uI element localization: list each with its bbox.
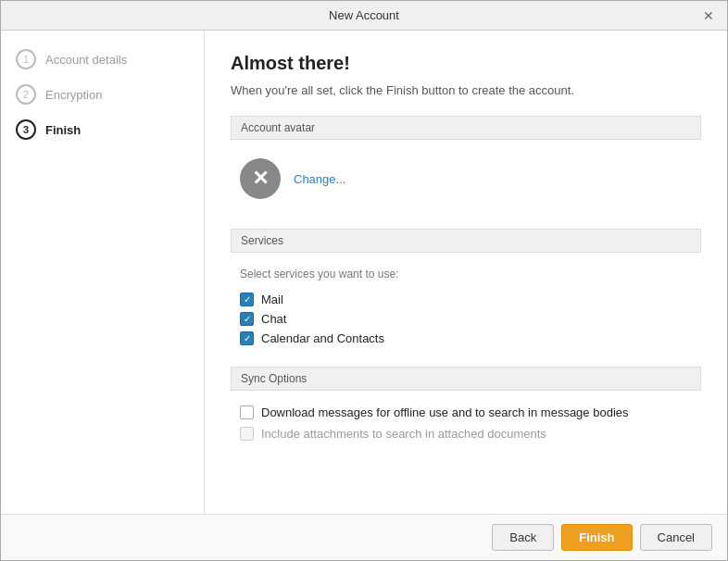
change-avatar-link[interactable]: Change... xyxy=(294,172,345,186)
sidebar-item-encryption[interactable]: 2 Encryption xyxy=(16,84,189,105)
back-button[interactable]: Back xyxy=(492,524,554,551)
avatar-row: ✕ Change... xyxy=(231,151,701,210)
sync-attachments-row: Include attachments to search in attache… xyxy=(231,423,701,444)
sync-attachments-label: Include attachments to search in attache… xyxy=(261,427,546,441)
dialog-title: New Account xyxy=(27,8,701,22)
sidebar-label-account-details: Account details xyxy=(45,53,127,67)
sidebar-label-finish: Finish xyxy=(45,123,81,137)
finish-button[interactable]: Finish xyxy=(561,524,632,551)
page-subtitle: When you're all set, click the Finish bu… xyxy=(231,83,701,97)
services-section-header: Services xyxy=(231,229,701,253)
sync-download-label: Download messages for offline use and to… xyxy=(261,405,629,419)
service-mail-checkbox[interactable] xyxy=(240,293,254,306)
footer: Back Finish Cancel xyxy=(1,514,727,560)
services-section: Services Select services you want to use… xyxy=(231,229,701,348)
dialog-body: 1 Account details 2 Encryption 3 Finish … xyxy=(1,31,727,514)
sync-section-header: Sync Options xyxy=(231,367,701,391)
sync-download-checkbox[interactable] xyxy=(240,405,254,419)
cancel-button[interactable]: Cancel xyxy=(640,524,712,551)
main-content: Almost there! When you're all set, click… xyxy=(205,31,727,514)
title-bar: New Account ✕ xyxy=(1,1,727,31)
step-circle-3: 3 xyxy=(16,119,36,140)
service-mail-row: Mail xyxy=(231,290,701,309)
sync-download-row: Download messages for offline use and to… xyxy=(231,402,701,423)
avatar: ✕ xyxy=(240,158,281,199)
sidebar-label-encryption: Encryption xyxy=(45,88,102,102)
services-subtitle: Select services you want to use: xyxy=(231,264,701,290)
avatar-placeholder-icon: ✕ xyxy=(252,168,269,189)
service-calendar-label: Calendar and Contacts xyxy=(261,331,384,345)
page-title: Almost there! xyxy=(231,53,701,74)
avatar-section: Account avatar ✕ Change... xyxy=(231,116,701,210)
sync-section: Sync Options Download messages for offli… xyxy=(231,367,701,444)
sidebar-item-finish[interactable]: 3 Finish xyxy=(16,119,189,140)
service-chat-label: Chat xyxy=(261,312,286,326)
sidebar: 1 Account details 2 Encryption 3 Finish xyxy=(1,31,205,514)
sync-attachments-checkbox xyxy=(240,427,254,441)
sidebar-item-account-details[interactable]: 1 Account details xyxy=(16,49,189,69)
service-calendar-checkbox[interactable] xyxy=(240,331,254,345)
service-calendar-row: Calendar and Contacts xyxy=(231,329,701,348)
service-chat-checkbox[interactable] xyxy=(240,312,254,326)
service-chat-row: Chat xyxy=(231,309,701,329)
close-button[interactable]: ✕ xyxy=(701,8,716,23)
service-mail-label: Mail xyxy=(261,293,283,306)
step-circle-2: 2 xyxy=(16,84,36,105)
new-account-dialog: New Account ✕ 1 Account details 2 Encryp… xyxy=(0,0,728,561)
avatar-section-header: Account avatar xyxy=(231,116,701,140)
step-circle-1: 1 xyxy=(16,49,36,69)
